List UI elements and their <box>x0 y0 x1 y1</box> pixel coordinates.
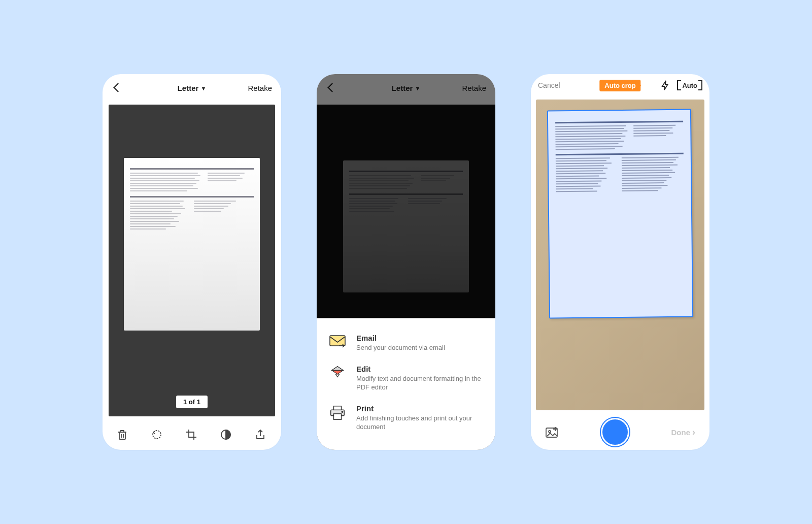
option-title: Print <box>356 404 483 413</box>
detected-document <box>547 109 693 319</box>
option-desc: Add finishing touches and print out your… <box>356 414 483 432</box>
option-title: Email <box>356 334 445 342</box>
chevron-right-icon: › <box>692 427 695 438</box>
rotate-icon[interactable] <box>151 429 164 442</box>
gallery-icon[interactable] <box>545 426 559 438</box>
option-email[interactable]: EmailSend your document via email <box>327 328 485 358</box>
option-print[interactable]: PrintAdd finishing touches and print out… <box>327 398 485 438</box>
flash-mode-button[interactable]: Auto <box>677 80 702 90</box>
document-thumbnail[interactable] <box>124 158 260 331</box>
option-edit[interactable]: EditModify text and document formatting … <box>327 358 485 398</box>
edit-toolbar <box>103 420 281 450</box>
svg-point-9 <box>549 431 551 433</box>
crop-icon[interactable] <box>185 429 198 442</box>
retake-button[interactable]: Retake <box>248 84 272 92</box>
option-desc: Send your document via email <box>356 343 445 352</box>
scan-preview: 1 of 1 <box>109 105 275 416</box>
svg-rect-5 <box>333 406 341 410</box>
page-counter: 1 of 1 <box>176 396 208 408</box>
autocrop-badge[interactable]: Auto crop <box>599 80 640 91</box>
camera-viewport <box>536 100 704 410</box>
svg-point-7 <box>342 411 343 412</box>
action-sheet: EmailSend your document via email EditMo… <box>317 318 495 450</box>
shutter-button[interactable] <box>601 418 629 446</box>
svg-rect-0 <box>119 432 125 439</box>
print-icon <box>329 404 347 422</box>
capture-bottombar: Done› <box>531 414 709 450</box>
share-icon[interactable] <box>254 429 267 442</box>
email-icon <box>329 334 347 352</box>
flash-icon[interactable] <box>661 80 670 90</box>
screen-share-sheet: Letter▼ Retake <box>317 74 495 450</box>
back-button[interactable] <box>112 82 123 93</box>
option-title: Edit <box>356 365 483 373</box>
page-size-label[interactable]: Letter <box>178 84 199 92</box>
delete-icon[interactable] <box>116 429 129 442</box>
edit-icon <box>329 365 347 383</box>
chevron-down-icon: ▼ <box>200 85 206 91</box>
svg-rect-6 <box>333 414 341 419</box>
header: Letter▼ Retake <box>103 74 281 102</box>
cancel-button[interactable]: Cancel <box>538 81 560 89</box>
option-desc: Modify text and document formatting in t… <box>356 374 483 392</box>
screen-review: Letter▼ Retake <box>103 74 281 450</box>
done-button[interactable]: Done› <box>671 427 696 438</box>
screen-capture: Cancel Auto crop Auto <box>531 74 709 450</box>
filter-icon[interactable] <box>220 429 233 442</box>
capture-header: Cancel Auto crop Auto <box>531 74 709 96</box>
